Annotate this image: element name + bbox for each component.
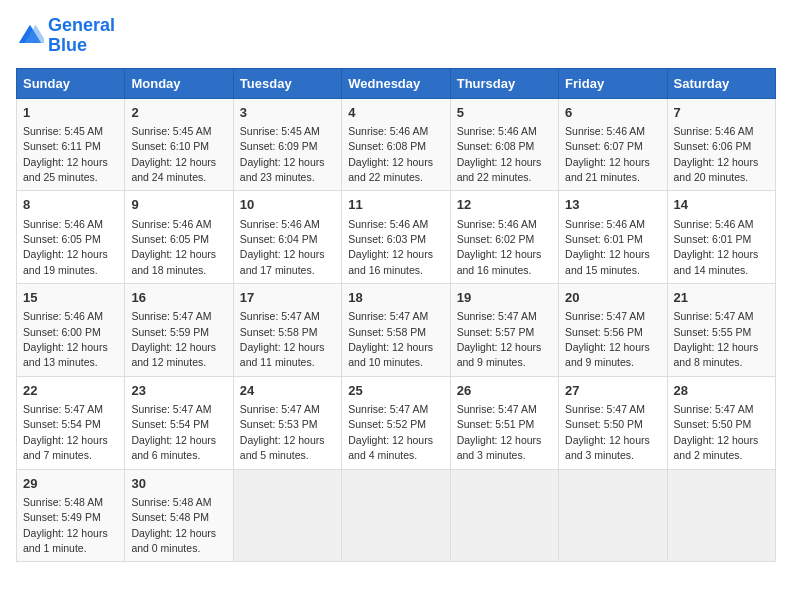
day-info: Sunrise: 5:46 AMSunset: 6:05 PMDaylight:… bbox=[131, 218, 216, 276]
logo-text: General Blue bbox=[48, 16, 115, 56]
week-row-2: 8Sunrise: 5:46 AMSunset: 6:05 PMDaylight… bbox=[17, 191, 776, 284]
day-number: 14 bbox=[674, 196, 769, 214]
calendar-cell: 18Sunrise: 5:47 AMSunset: 5:58 PMDayligh… bbox=[342, 284, 450, 377]
day-info: Sunrise: 5:45 AMSunset: 6:11 PMDaylight:… bbox=[23, 125, 108, 183]
day-info: Sunrise: 5:47 AMSunset: 5:55 PMDaylight:… bbox=[674, 310, 759, 368]
calendar-cell: 1Sunrise: 5:45 AMSunset: 6:11 PMDaylight… bbox=[17, 98, 125, 191]
week-row-4: 22Sunrise: 5:47 AMSunset: 5:54 PMDayligh… bbox=[17, 376, 776, 469]
day-info: Sunrise: 5:46 AMSunset: 6:03 PMDaylight:… bbox=[348, 218, 433, 276]
week-row-3: 15Sunrise: 5:46 AMSunset: 6:00 PMDayligh… bbox=[17, 284, 776, 377]
calendar-cell: 4Sunrise: 5:46 AMSunset: 6:08 PMDaylight… bbox=[342, 98, 450, 191]
day-info: Sunrise: 5:47 AMSunset: 5:50 PMDaylight:… bbox=[674, 403, 759, 461]
day-number: 30 bbox=[131, 475, 226, 493]
calendar-cell: 12Sunrise: 5:46 AMSunset: 6:02 PMDayligh… bbox=[450, 191, 558, 284]
day-number: 22 bbox=[23, 382, 118, 400]
calendar-cell: 28Sunrise: 5:47 AMSunset: 5:50 PMDayligh… bbox=[667, 376, 775, 469]
day-info: Sunrise: 5:46 AMSunset: 6:08 PMDaylight:… bbox=[348, 125, 433, 183]
day-info: Sunrise: 5:46 AMSunset: 6:05 PMDaylight:… bbox=[23, 218, 108, 276]
day-info: Sunrise: 5:46 AMSunset: 6:08 PMDaylight:… bbox=[457, 125, 542, 183]
calendar-cell: 6Sunrise: 5:46 AMSunset: 6:07 PMDaylight… bbox=[559, 98, 667, 191]
day-info: Sunrise: 5:46 AMSunset: 6:00 PMDaylight:… bbox=[23, 310, 108, 368]
day-number: 8 bbox=[23, 196, 118, 214]
day-number: 28 bbox=[674, 382, 769, 400]
col-header-tuesday: Tuesday bbox=[233, 68, 341, 98]
day-number: 29 bbox=[23, 475, 118, 493]
calendar-cell: 8Sunrise: 5:46 AMSunset: 6:05 PMDaylight… bbox=[17, 191, 125, 284]
day-number: 27 bbox=[565, 382, 660, 400]
calendar-cell bbox=[342, 469, 450, 562]
day-number: 18 bbox=[348, 289, 443, 307]
calendar-cell: 24Sunrise: 5:47 AMSunset: 5:53 PMDayligh… bbox=[233, 376, 341, 469]
day-number: 9 bbox=[131, 196, 226, 214]
calendar-table: SundayMondayTuesdayWednesdayThursdayFrid… bbox=[16, 68, 776, 563]
day-info: Sunrise: 5:46 AMSunset: 6:06 PMDaylight:… bbox=[674, 125, 759, 183]
day-info: Sunrise: 5:47 AMSunset: 5:57 PMDaylight:… bbox=[457, 310, 542, 368]
calendar-cell: 7Sunrise: 5:46 AMSunset: 6:06 PMDaylight… bbox=[667, 98, 775, 191]
calendar-cell: 17Sunrise: 5:47 AMSunset: 5:58 PMDayligh… bbox=[233, 284, 341, 377]
calendar-cell bbox=[233, 469, 341, 562]
calendar-cell: 3Sunrise: 5:45 AMSunset: 6:09 PMDaylight… bbox=[233, 98, 341, 191]
day-number: 26 bbox=[457, 382, 552, 400]
day-number: 1 bbox=[23, 104, 118, 122]
day-info: Sunrise: 5:47 AMSunset: 5:53 PMDaylight:… bbox=[240, 403, 325, 461]
col-header-wednesday: Wednesday bbox=[342, 68, 450, 98]
day-info: Sunrise: 5:47 AMSunset: 5:51 PMDaylight:… bbox=[457, 403, 542, 461]
col-header-thursday: Thursday bbox=[450, 68, 558, 98]
day-info: Sunrise: 5:47 AMSunset: 5:52 PMDaylight:… bbox=[348, 403, 433, 461]
calendar-cell: 16Sunrise: 5:47 AMSunset: 5:59 PMDayligh… bbox=[125, 284, 233, 377]
calendar-cell: 13Sunrise: 5:46 AMSunset: 6:01 PMDayligh… bbox=[559, 191, 667, 284]
day-info: Sunrise: 5:46 AMSunset: 6:02 PMDaylight:… bbox=[457, 218, 542, 276]
day-number: 10 bbox=[240, 196, 335, 214]
day-number: 21 bbox=[674, 289, 769, 307]
calendar-cell: 30Sunrise: 5:48 AMSunset: 5:48 PMDayligh… bbox=[125, 469, 233, 562]
day-number: 6 bbox=[565, 104, 660, 122]
day-info: Sunrise: 5:45 AMSunset: 6:09 PMDaylight:… bbox=[240, 125, 325, 183]
day-info: Sunrise: 5:47 AMSunset: 5:59 PMDaylight:… bbox=[131, 310, 216, 368]
day-number: 7 bbox=[674, 104, 769, 122]
calendar-cell: 21Sunrise: 5:47 AMSunset: 5:55 PMDayligh… bbox=[667, 284, 775, 377]
day-number: 4 bbox=[348, 104, 443, 122]
calendar-cell: 9Sunrise: 5:46 AMSunset: 6:05 PMDaylight… bbox=[125, 191, 233, 284]
calendar-cell: 2Sunrise: 5:45 AMSunset: 6:10 PMDaylight… bbox=[125, 98, 233, 191]
calendar-cell: 29Sunrise: 5:48 AMSunset: 5:49 PMDayligh… bbox=[17, 469, 125, 562]
day-info: Sunrise: 5:48 AMSunset: 5:48 PMDaylight:… bbox=[131, 496, 216, 554]
calendar-cell: 25Sunrise: 5:47 AMSunset: 5:52 PMDayligh… bbox=[342, 376, 450, 469]
day-number: 16 bbox=[131, 289, 226, 307]
day-info: Sunrise: 5:47 AMSunset: 5:54 PMDaylight:… bbox=[131, 403, 216, 461]
day-info: Sunrise: 5:46 AMSunset: 6:01 PMDaylight:… bbox=[565, 218, 650, 276]
calendar-cell bbox=[450, 469, 558, 562]
day-info: Sunrise: 5:47 AMSunset: 5:56 PMDaylight:… bbox=[565, 310, 650, 368]
day-number: 11 bbox=[348, 196, 443, 214]
day-info: Sunrise: 5:47 AMSunset: 5:54 PMDaylight:… bbox=[23, 403, 108, 461]
header-row: SundayMondayTuesdayWednesdayThursdayFrid… bbox=[17, 68, 776, 98]
calendar-cell: 5Sunrise: 5:46 AMSunset: 6:08 PMDaylight… bbox=[450, 98, 558, 191]
day-info: Sunrise: 5:47 AMSunset: 5:58 PMDaylight:… bbox=[348, 310, 433, 368]
week-row-5: 29Sunrise: 5:48 AMSunset: 5:49 PMDayligh… bbox=[17, 469, 776, 562]
day-number: 24 bbox=[240, 382, 335, 400]
calendar-cell: 19Sunrise: 5:47 AMSunset: 5:57 PMDayligh… bbox=[450, 284, 558, 377]
day-info: Sunrise: 5:46 AMSunset: 6:04 PMDaylight:… bbox=[240, 218, 325, 276]
week-row-1: 1Sunrise: 5:45 AMSunset: 6:11 PMDaylight… bbox=[17, 98, 776, 191]
day-number: 19 bbox=[457, 289, 552, 307]
col-header-friday: Friday bbox=[559, 68, 667, 98]
day-info: Sunrise: 5:46 AMSunset: 6:07 PMDaylight:… bbox=[565, 125, 650, 183]
day-number: 23 bbox=[131, 382, 226, 400]
col-header-sunday: Sunday bbox=[17, 68, 125, 98]
calendar-cell: 15Sunrise: 5:46 AMSunset: 6:00 PMDayligh… bbox=[17, 284, 125, 377]
calendar-cell: 27Sunrise: 5:47 AMSunset: 5:50 PMDayligh… bbox=[559, 376, 667, 469]
day-info: Sunrise: 5:47 AMSunset: 5:50 PMDaylight:… bbox=[565, 403, 650, 461]
day-number: 17 bbox=[240, 289, 335, 307]
day-number: 15 bbox=[23, 289, 118, 307]
day-info: Sunrise: 5:47 AMSunset: 5:58 PMDaylight:… bbox=[240, 310, 325, 368]
day-number: 5 bbox=[457, 104, 552, 122]
day-number: 25 bbox=[348, 382, 443, 400]
calendar-cell: 10Sunrise: 5:46 AMSunset: 6:04 PMDayligh… bbox=[233, 191, 341, 284]
calendar-cell: 11Sunrise: 5:46 AMSunset: 6:03 PMDayligh… bbox=[342, 191, 450, 284]
calendar-cell bbox=[559, 469, 667, 562]
calendar-cell: 20Sunrise: 5:47 AMSunset: 5:56 PMDayligh… bbox=[559, 284, 667, 377]
day-number: 13 bbox=[565, 196, 660, 214]
day-info: Sunrise: 5:48 AMSunset: 5:49 PMDaylight:… bbox=[23, 496, 108, 554]
day-number: 12 bbox=[457, 196, 552, 214]
col-header-saturday: Saturday bbox=[667, 68, 775, 98]
calendar-cell: 14Sunrise: 5:46 AMSunset: 6:01 PMDayligh… bbox=[667, 191, 775, 284]
